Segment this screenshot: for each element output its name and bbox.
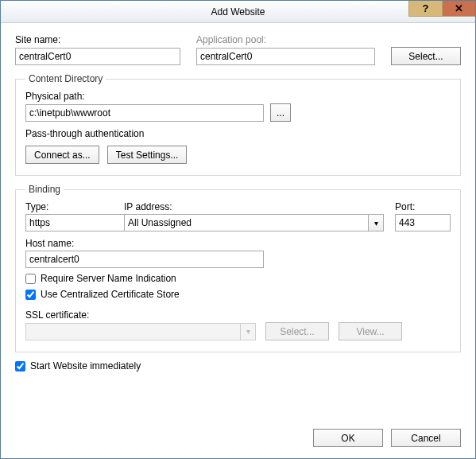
- sni-label: Require Server Name Indication: [41, 273, 176, 284]
- ssl-view-button: View...: [339, 322, 402, 340]
- site-name-input[interactable]: [15, 48, 180, 65]
- content-directory-legend: Content Directory: [25, 73, 106, 84]
- titlebar-buttons: ? ✕: [408, 1, 475, 22]
- select-app-pool-button[interactable]: Select...: [391, 47, 461, 65]
- ccs-checkbox[interactable]: [25, 290, 36, 300]
- start-immediately-checkbox[interactable]: [15, 361, 25, 371]
- host-name-input[interactable]: [25, 251, 264, 268]
- ip-combo[interactable]: ▾: [124, 214, 384, 231]
- cancel-button[interactable]: Cancel: [391, 429, 461, 447]
- port-input[interactable]: [395, 214, 451, 231]
- content-directory-group: Content Directory Physical path: ... Pas…: [15, 73, 461, 176]
- app-pool-input: [196, 48, 375, 65]
- app-pool-label: Application pool:: [196, 34, 375, 45]
- auth-label: Pass-through authentication: [25, 128, 451, 139]
- close-button[interactable]: ✕: [442, 1, 475, 17]
- port-label: Port:: [395, 201, 451, 212]
- type-combo[interactable]: ▾: [25, 214, 113, 231]
- titlebar: Add Website ? ✕: [1, 1, 475, 23]
- ok-button[interactable]: OK: [313, 429, 383, 447]
- help-button[interactable]: ?: [408, 1, 442, 17]
- chevron-down-icon: ▾: [240, 323, 256, 340]
- start-immediately-label: Start Website immediately: [30, 360, 141, 371]
- window-title: Add Website: [211, 6, 265, 18]
- connect-as-button[interactable]: Connect as...: [25, 146, 99, 164]
- type-label: Type:: [25, 201, 113, 212]
- ssl-cert-combo: ▾: [25, 323, 256, 340]
- test-settings-button[interactable]: Test Settings...: [107, 146, 188, 164]
- sni-checkbox-row[interactable]: Require Server Name Indication: [25, 273, 451, 284]
- dialog-footer: OK Cancel: [1, 421, 475, 458]
- physical-path-label: Physical path:: [25, 91, 85, 102]
- start-immediately-row[interactable]: Start Website immediately: [15, 360, 461, 371]
- ip-label: IP address:: [124, 201, 384, 212]
- ccs-label: Use Centralized Certificate Store: [41, 289, 180, 300]
- host-name-label: Host name:: [25, 238, 451, 249]
- add-website-dialog: Add Website ? ✕ Site name: Application p…: [0, 0, 476, 459]
- binding-group: Binding Type: ▾ IP address: ▾: [15, 184, 461, 352]
- ssl-select-button: Select...: [265, 322, 329, 340]
- browse-path-button[interactable]: ...: [270, 103, 291, 122]
- ssl-cert-value: [25, 323, 240, 340]
- ssl-cert-label: SSL certificate:: [25, 309, 451, 321]
- sni-checkbox[interactable]: [25, 274, 36, 284]
- ccs-checkbox-row[interactable]: Use Centralized Certificate Store: [25, 289, 451, 300]
- binding-legend: Binding: [25, 184, 64, 195]
- chevron-down-icon[interactable]: ▾: [368, 214, 384, 231]
- ip-value[interactable]: [124, 214, 368, 231]
- site-name-label: Site name:: [15, 34, 180, 45]
- physical-path-input[interactable]: [25, 104, 264, 122]
